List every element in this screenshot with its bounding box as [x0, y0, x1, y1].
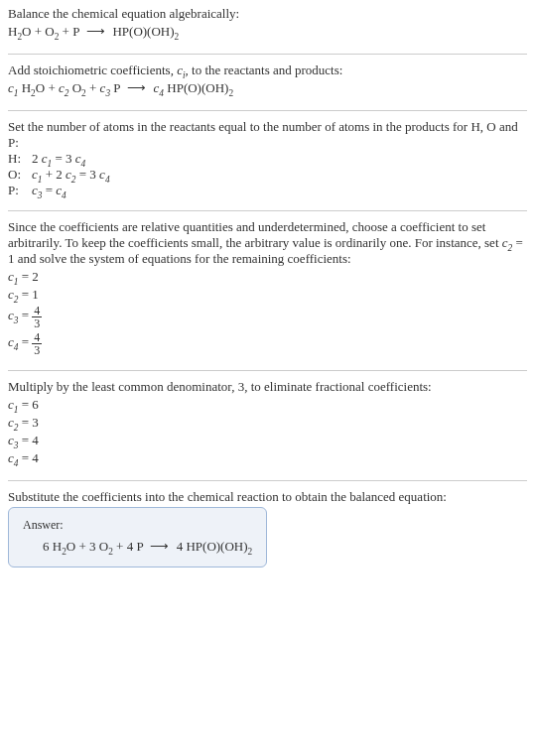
fraction: 43	[32, 305, 42, 329]
balance-eq-h: 2 c1 = 3 c4	[32, 151, 114, 167]
species-p: P	[136, 539, 143, 554]
substitute-text: Substitute the coefficients into the che…	[8, 489, 527, 505]
reaction-arrow-icon: ⟶	[82, 24, 109, 40]
section-intro: Balance the chemical equation algebraica…	[8, 2, 527, 50]
table-row: H: 2 c1 = 3 c4	[8, 151, 114, 167]
answer-label: Answer:	[23, 518, 252, 533]
section-solve: Since the coefficients are relative quan…	[8, 215, 527, 366]
balanced-equation: 6 H2O + 3 O2 + 4 P ⟶ 4 HP(O)(OH)2	[23, 539, 252, 555]
balance-eq-o: c1 + 2 c2 = 3 c4	[32, 167, 114, 183]
intro-text: Balance the chemical equation algebraica…	[8, 6, 527, 22]
atom-label: H:	[8, 151, 32, 167]
coef-value: c3 = 4	[8, 433, 527, 448]
atom-label: P:	[8, 183, 32, 198]
divider	[8, 480, 527, 481]
solve-text: Since the coefficients are relative quan…	[8, 219, 527, 267]
species-o2: O2	[72, 80, 86, 95]
fraction: 43	[32, 331, 42, 356]
table-row: P: c3 = c4	[8, 183, 114, 198]
balance-eq-p: c3 = c4	[32, 183, 114, 198]
species-h2o: H2O	[22, 80, 45, 95]
coef-value: c3 = 43	[8, 305, 527, 329]
atom-balance-text: Set the number of atoms in the reactants…	[8, 119, 527, 151]
reaction-arrow-icon: ⟶	[123, 80, 150, 96]
coef-value: c1 = 2	[8, 269, 527, 285]
species-p: P	[113, 80, 120, 95]
table-row: O: c1 + 2 c2 = 3 c4	[8, 167, 114, 183]
species-p: P	[72, 24, 79, 39]
coef-value: c1 = 6	[8, 397, 527, 413]
section-lcd: Multiply by the least common denominator…	[8, 375, 527, 476]
coef-value: c4 = 4	[8, 450, 527, 466]
species-o2: O2	[45, 24, 59, 39]
species-hpooh2: HP(O)(OH)2	[167, 80, 233, 95]
divider	[8, 110, 527, 111]
coef-value: c4 = 43	[8, 331, 527, 356]
stoich-text: Add stoichiometric coefficients, ci, to …	[8, 63, 527, 78]
unbalanced-equation: H2O + O2 + P ⟶ HP(O)(OH)2	[8, 24, 527, 40]
stoich-equation: c1 H2O + c2 O2 + c3 P ⟶ c4 HP(O)(OH)2	[8, 80, 527, 96]
lcd-text: Multiply by the least common denominator…	[8, 379, 527, 395]
coef-value: c2 = 3	[8, 415, 527, 431]
section-atom-balance: Set the number of atoms in the reactants…	[8, 115, 527, 206]
species-h2o: H2O	[8, 24, 31, 39]
answer-box: Answer: 6 H2O + 3 O2 + 4 P ⟶ 4 HP(O)(OH)…	[8, 507, 267, 567]
atom-balance-table: H: 2 c1 = 3 c4 O: c1 + 2 c2 = 3 c4 P: c3…	[8, 151, 114, 198]
species-hpooh2: HP(O)(OH)2	[112, 24, 179, 39]
coef-value: c2 = 1	[8, 287, 527, 303]
divider	[8, 210, 527, 211]
species-hpooh2: HP(O)(OH)2	[186, 539, 252, 554]
atom-label: O:	[8, 167, 32, 183]
section-stoich: Add stoichiometric coefficients, ci, to …	[8, 59, 527, 106]
divider	[8, 370, 527, 371]
section-substitute: Substitute the coefficients into the che…	[8, 485, 527, 575]
species-h2o: H2O	[53, 539, 75, 554]
divider	[8, 54, 527, 55]
species-o2: O2	[99, 539, 113, 554]
reaction-arrow-icon: ⟶	[146, 539, 173, 555]
